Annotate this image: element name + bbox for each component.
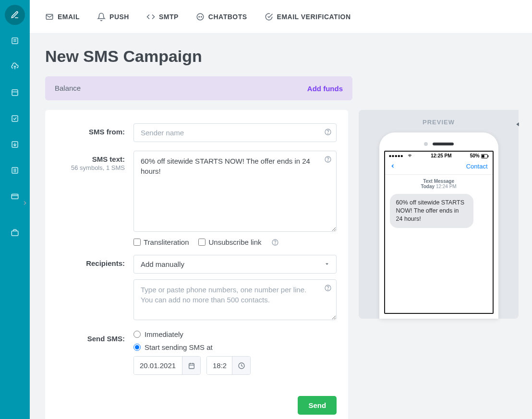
date-input[interactable] [134,357,182,374]
svg-point-24 [275,244,275,244]
sidebar-expand-icon[interactable] [22,200,28,206]
svg-rect-28 [189,363,194,369]
help-icon[interactable] [271,239,279,246]
topnav-push[interactable]: PUSH [97,12,129,21]
ab-icon [11,166,19,175]
svg-point-17 [199,16,200,17]
list-icon [11,36,19,45]
unsubscribe-checkbox[interactable]: Unsubscribe link [198,238,261,246]
preview-panel: PREVIEW ●●●●● 12:25 PM 50% [359,110,519,319]
recipients-label: Recipients: [57,255,133,267]
back-icon [390,162,396,170]
svg-point-22 [328,161,328,161]
battery-icon [481,154,489,158]
forms-icon [11,114,19,123]
svg-point-16 [197,13,204,20]
transliteration-input[interactable] [133,239,141,246]
automation-icon [11,140,19,149]
sidebar-item-compose[interactable] [5,5,25,25]
sidebar-item-lists[interactable] [5,31,25,51]
help-icon[interactable] [324,128,332,136]
sidebar-item-forms[interactable] [5,108,25,129]
phone-screen: ●●●●● 12:25 PM 50% Contact [384,151,494,314]
chat-icon [196,12,205,21]
calendar-icon [188,362,195,370]
recipients-select[interactable]: Add manually [133,255,337,274]
main: New SMS Campaign Balance Add funds SMS f… [30,34,532,419]
phone-time: 12:25 PM [431,153,451,158]
sidebar-item-templates[interactable] [5,83,25,103]
phone-mockup: ●●●●● 12:25 PM 50% Contact [379,132,498,319]
sidebar-item-upload[interactable] [5,57,25,77]
radio-immediately-label: Immediately [145,330,183,338]
sidebar-item-ab[interactable] [5,160,25,180]
unsubscribe-input[interactable] [198,239,206,246]
templates-icon [11,88,19,97]
svg-rect-6 [12,116,18,121]
recipients-input[interactable] [133,279,337,320]
topnav-label: CHATBOTS [208,13,247,21]
code-icon [146,12,155,21]
time-input[interactable] [207,357,232,374]
add-funds-link[interactable]: Add funds [307,84,343,93]
phone-status-bar: ●●●●● 12:25 PM 50% [385,152,493,160]
phone-battery-pct: 50% [470,153,480,158]
sms-text-input[interactable]: 60% off sitewide STARTS NOW! The offer e… [133,151,337,232]
svg-rect-4 [12,90,18,96]
sms-text-counter: 56 symbols, 1 SMS [57,164,125,171]
topnav: EMAIL PUSH SMTP CHATBOTS EMAIL VERIFICAT… [30,0,532,34]
check-icon [265,12,273,21]
preview-title: PREVIEW [423,119,455,126]
svg-point-18 [201,16,202,17]
phone-notch [384,139,494,147]
balance-value-blurred [85,85,115,93]
sms-from-label: SMS from: [57,123,133,136]
topnav-smtp[interactable]: SMTP [146,12,179,21]
balance-bar: Balance Add funds [45,76,352,100]
email-icon [45,12,54,21]
radio-immediately[interactable]: Immediately [133,330,337,338]
compose-icon [11,11,19,19]
page-title: New SMS Campaign [45,47,519,66]
radio-scheduled-input[interactable] [133,344,141,351]
sidebar-item-automation[interactable] [5,134,25,155]
svg-marker-33 [516,122,519,126]
form-card: SMS from: SMS text: 56 symbols, 1 SMS 60… [45,110,348,419]
svg-point-27 [328,289,328,290]
clock-icon [238,362,245,370]
bell-icon [97,12,106,21]
phone-msg-bubble: 60% off sitewide STARTS NOW! The offer e… [390,194,473,228]
radio-immediately-input[interactable] [133,331,141,338]
svg-point-20 [328,133,328,134]
topnav-label: EMAIL [58,13,80,21]
sms-from-input[interactable] [133,123,337,142]
phone-nav-bar: Contact [385,160,493,175]
topnav-chatbots[interactable]: CHATBOTS [196,12,247,21]
calendar-button[interactable] [182,357,200,374]
svg-rect-14 [12,231,18,236]
clock-button[interactable] [232,357,250,374]
preview-collapse-icon[interactable] [514,119,521,130]
sms-text-label: SMS text: [92,155,125,163]
help-icon[interactable] [324,156,332,163]
unsubscribe-label: Unsubscribe link [208,238,261,246]
sidebar-item-briefcase[interactable] [5,223,25,243]
topnav-verification[interactable]: EMAIL VERIFICATION [265,12,351,21]
briefcase-icon [11,228,19,237]
svg-rect-9 [12,168,18,173]
send-button[interactable]: Send [298,396,337,415]
topnav-label: PUSH [109,13,129,21]
svg-rect-12 [12,194,18,199]
payments-icon [11,192,19,201]
help-icon[interactable] [324,284,332,292]
signal-icon: ●●●●● [389,153,413,158]
topnav-label: SMTP [159,13,179,21]
transliteration-label: Transliteration [144,238,189,246]
svg-rect-36 [488,156,488,157]
topnav-label: EMAIL VERIFICATION [277,13,351,21]
radio-scheduled-label: Start sending SMS at [145,343,213,351]
radio-scheduled[interactable]: Start sending SMS at [133,343,337,351]
transliteration-checkbox[interactable]: Transliteration [133,238,189,246]
topnav-email[interactable]: EMAIL [45,12,80,21]
send-sms-label: Send SMS: [57,330,133,343]
